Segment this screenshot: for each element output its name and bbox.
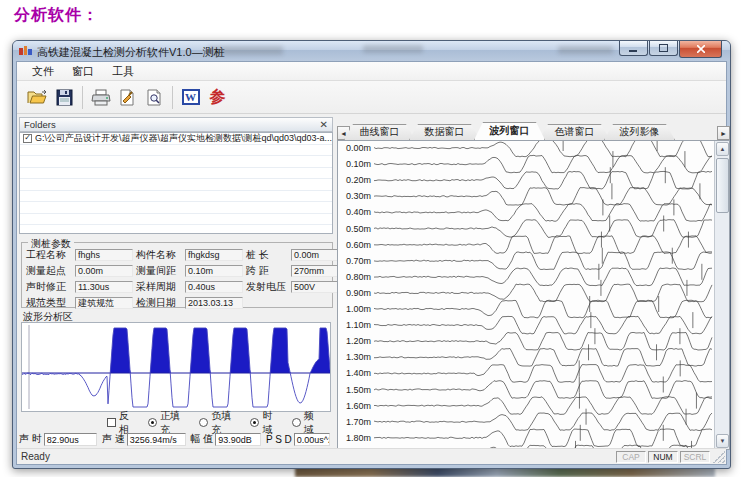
print-button[interactable] — [87, 84, 114, 110]
param-field-9[interactable]: 建筑规范 — [75, 297, 133, 309]
radio-icon[interactable] — [199, 418, 208, 427]
tab-4[interactable]: 波列影像 — [604, 124, 675, 140]
param-field-7[interactable]: 0.40us — [185, 281, 243, 293]
parameter-button[interactable]: 参 — [204, 84, 231, 110]
tab-strip: ◄曲线窗口数据窗口波列窗口色谱窗口波列影像► — [337, 122, 730, 140]
folders-close-icon[interactable]: ✕ — [320, 120, 328, 130]
waveform-controls: 反相正填充负填充时域频域 — [21, 416, 333, 429]
param-field-8[interactable]: 500V — [291, 281, 343, 293]
param-label-2: 桩 长 — [246, 248, 288, 262]
client-area: 文件窗口工具 — [16, 61, 727, 465]
open-file-button[interactable] — [24, 84, 51, 110]
readout-label-2: 幅 值 — [191, 432, 214, 446]
tab-0[interactable]: 曲线窗口 — [344, 124, 415, 140]
readout-label-3: P S D — [266, 434, 292, 445]
menu-item-2[interactable]: 工具 — [103, 62, 143, 81]
resize-grip-icon[interactable] — [713, 451, 725, 463]
analysis-waveform — [22, 323, 330, 411]
param-label-3: 测量起点 — [26, 264, 72, 278]
param-field-3[interactable]: 0.00m — [75, 265, 133, 277]
depth-label-18: 1.80m — [346, 433, 376, 443]
window-controls — [618, 41, 722, 58]
radio-icon[interactable] — [292, 418, 301, 427]
param-field-4[interactable]: 0.10m — [185, 265, 243, 277]
close-button[interactable] — [679, 41, 722, 58]
depth-label-5: 0.50m — [346, 224, 376, 234]
waveform-analysis-plot[interactable] — [21, 322, 331, 412]
folder-empty-row — [20, 168, 332, 180]
page-setup-button[interactable] — [114, 84, 141, 110]
param-field-5[interactable]: 270mm — [291, 265, 343, 277]
open-folder-icon — [27, 89, 48, 106]
tab-1[interactable]: 数据窗口 — [409, 124, 480, 140]
param-label-4: 测量间距 — [136, 264, 182, 278]
folders-panel-header[interactable]: Folders ✕ — [19, 117, 333, 132]
readout-label-0: 声 时 — [19, 432, 42, 446]
depth-label-11: 1.10m — [346, 320, 376, 330]
param-label-8: 发射电压 — [246, 280, 288, 294]
status-indicators: CAPNUMSCRL — [616, 451, 710, 463]
printer-icon — [91, 89, 111, 106]
page-tools-icon — [119, 89, 136, 106]
param-field-2[interactable]: 0.00m — [291, 249, 343, 261]
status-indicator-num: NUM — [648, 451, 678, 463]
tab-2[interactable]: 波列窗口 — [474, 122, 545, 140]
parameter-icon: 参 — [210, 87, 226, 108]
param-label-1: 构件名称 — [136, 248, 182, 262]
window-title: 高铁建混凝土检测分析软件V1.0—测桩 — [37, 45, 225, 60]
depth-label-15: 1.50m — [346, 385, 376, 395]
readout-field-0[interactable]: 82.90us — [44, 433, 97, 446]
param-field-1[interactable]: fhgkdsg — [185, 249, 243, 261]
title-bar[interactable]: 高铁建混凝土检测分析软件V1.0—测桩 — [13, 41, 730, 61]
depth-label-14: 1.40m — [346, 368, 376, 378]
depth-label-4: 0.40m — [346, 207, 376, 217]
minimize-button[interactable] — [619, 41, 648, 56]
print-preview-button[interactable] — [141, 84, 168, 110]
folders-list[interactable]: ✓G:\公司产品设计开发\超声仪器\超声仪实地检测数据\测桩qd\qd03\qd… — [19, 132, 333, 234]
scroll-up-icon[interactable]: ▲ — [716, 142, 729, 156]
glass-reflection — [558, 46, 613, 54]
folder-path: G:\公司产品设计开发\超声仪器\超声仪实地检测数据\测桩qd\qd03\qd0… — [35, 132, 332, 145]
checkbox-icon[interactable] — [107, 418, 116, 427]
folder-empty-row — [20, 156, 332, 168]
tab-scroll-right-icon[interactable]: ► — [717, 126, 730, 140]
export-word-button[interactable]: W — [177, 84, 204, 110]
glass-reflection — [363, 45, 423, 53]
readout-field-1[interactable]: 3256.94m/s — [127, 433, 186, 446]
param-label-5: 跨 距 — [246, 264, 288, 278]
folder-item[interactable]: ✓G:\公司产品设计开发\超声仪器\超声仪实地检测数据\测桩qd\qd03\qd… — [20, 133, 332, 145]
param-field-0[interactable]: fhghs — [75, 249, 133, 261]
tab-3[interactable]: 色谱窗口 — [539, 124, 610, 140]
depth-label-16: 1.60m — [346, 401, 376, 411]
scroll-down-icon[interactable]: ▼ — [716, 434, 729, 448]
status-indicator-cap: CAP — [616, 451, 646, 463]
maximize-button[interactable] — [649, 41, 678, 56]
app-window: 高铁建混凝土检测分析软件V1.0—测桩 文件窗口工具 — [12, 40, 731, 469]
save-button[interactable] — [51, 84, 78, 110]
depth-label-13: 1.30m — [346, 352, 376, 362]
checkbox-icon[interactable]: ✓ — [23, 134, 32, 143]
folder-empty-row — [20, 202, 332, 214]
wavetrain-panel[interactable]: ▲ ▼ 0.00m0.10m0.20m0.30m0.40m0.50m0.60m0… — [337, 140, 730, 450]
menu-item-1[interactable]: 窗口 — [63, 62, 103, 81]
depth-label-2: 0.20m — [346, 175, 376, 185]
folder-empty-row — [20, 191, 332, 203]
vertical-scrollbar[interactable]: ▲ ▼ — [714, 141, 729, 449]
word-icon: W — [182, 89, 200, 105]
radio-icon[interactable] — [148, 418, 157, 427]
readout-field-2[interactable]: 93.90dB — [215, 433, 261, 446]
readout-field-3[interactable]: 0.00us^2/m — [294, 433, 330, 446]
scrollbar-thumb[interactable] — [716, 158, 729, 213]
status-bar: Ready CAPNUMSCRL — [17, 448, 726, 464]
menu-item-0[interactable]: 文件 — [23, 62, 63, 81]
depth-label-10: 1.00m — [346, 304, 376, 314]
depth-label-6: 0.60m — [346, 240, 376, 250]
radio-icon[interactable] — [250, 418, 259, 427]
depth-label-9: 0.90m — [346, 288, 376, 298]
folders-panel-title: Folders — [24, 119, 56, 130]
param-field-6[interactable]: 11.30us — [75, 281, 133, 293]
param-field-10[interactable]: 2013.03.13 — [185, 297, 243, 309]
depth-label-17: 1.70m — [346, 417, 376, 427]
depth-label-7: 0.70m — [346, 256, 376, 266]
param-label-0: 工程名称 — [26, 248, 72, 262]
